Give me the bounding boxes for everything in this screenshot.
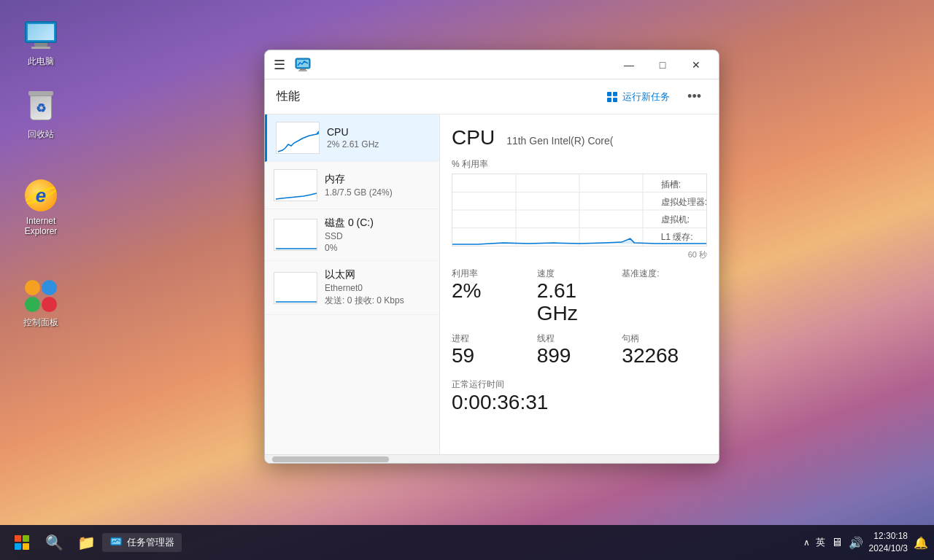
cpu-name: CPU: [327, 126, 431, 138]
close-button[interactable]: ✕: [679, 53, 713, 77]
control-panel-label: 控制面板: [23, 316, 58, 329]
usage-label: % 利用率: [452, 158, 707, 171]
svg-rect-5: [613, 92, 617, 96]
disk-info: 磁盘 0 (C:) SSD 0%: [325, 217, 431, 253]
title-bar-left: ☰: [271, 54, 312, 76]
task-manager-taskbar-icon: [109, 536, 123, 549]
stat-handle-label: 句柄: [622, 332, 707, 345]
start-button[interactable]: [6, 526, 38, 559]
desktop-icon-recycle-bin[interactable]: ♻ 回收站: [12, 88, 70, 144]
svg-rect-4: [607, 92, 611, 96]
detail-header: CPU 11th Gen Intel(R) Core(: [452, 126, 707, 149]
disk-detail1: SSD: [325, 231, 431, 241]
desktop: 此电脑 ♻ 回收站 e InternetExplorer: [0, 0, 934, 560]
recycle-icon: ♻: [23, 90, 58, 125]
title-bar-controls: — □ ✕: [612, 53, 713, 77]
volume-icon[interactable]: 🔊: [849, 536, 863, 550]
file-explorer-icon: 📁: [77, 534, 96, 551]
taskbar: 🔍 📁 任务管理器 ∧ 英 🖥 🔊 12:30:18: [0, 525, 934, 560]
uptime-value: 0:00:36:31: [452, 391, 707, 414]
stat-handle-value: 32268: [622, 345, 707, 368]
run-task-icon: [606, 91, 618, 103]
right-info: 插槽: 虚拟处理器: 虚拟机: L1 缓存:: [661, 176, 707, 246]
sidebar-item-disk[interactable]: 磁盘 0 (C:) SSD 0%: [265, 209, 439, 261]
language-indicator[interactable]: 英: [816, 536, 825, 549]
minimize-button[interactable]: —: [612, 53, 646, 77]
sidebar-item-memory[interactable]: 内存 1.8/7.5 GB (24%): [265, 162, 439, 209]
stat-handles: 句柄 32268: [622, 332, 707, 368]
network-icon: 🖥: [831, 536, 843, 549]
memory-name: 内存: [325, 173, 431, 186]
run-task-button[interactable]: 运行新任务: [601, 88, 676, 106]
stats-row1: 利用率 2% 速度 2.61 GHz 基准速度:: [452, 268, 707, 325]
toolbar-right: 运行新任务 •••: [601, 86, 707, 107]
recycle-bin-label: 回收站: [28, 128, 54, 141]
stat-speed-label: 速度: [537, 268, 622, 280]
stat-proc-label: 进程: [452, 332, 537, 345]
ie-icon: e: [23, 178, 58, 213]
search-button[interactable]: 🔍: [38, 526, 70, 559]
disk-detail2: 0%: [325, 243, 431, 253]
cpu-info: CPU 2% 2.61 GHz: [327, 126, 431, 149]
run-task-label: 运行新任务: [622, 90, 670, 104]
sidebar-item-ethernet[interactable]: 以太网 Ethernet0 发送: 0 接收: 0 Kbps: [265, 261, 439, 315]
disk-name: 磁盘 0 (C:): [325, 217, 431, 230]
info-vm-label: 虚拟机:: [661, 211, 707, 228]
control-panel-icon: [23, 279, 58, 314]
svg-rect-7: [613, 98, 617, 102]
stats-row2: 进程 59 线程 899 句柄 32268: [452, 332, 707, 368]
info-l1-label: L1 缓存:: [661, 228, 707, 246]
cpu-detail: 2% 2.61 GHz: [327, 139, 431, 149]
ie-label: InternetExplorer: [25, 216, 58, 236]
ethernet-name: 以太网: [325, 268, 431, 281]
taskbar-clock[interactable]: 12:30:18 2024/10/3: [869, 530, 908, 555]
file-explorer-button[interactable]: 📁: [70, 526, 102, 559]
svg-rect-6: [607, 98, 611, 102]
memory-thumb: [274, 169, 317, 201]
hamburger-menu[interactable]: ☰: [271, 54, 288, 76]
toolbar: 性能 运行新任务 •••: [265, 79, 719, 114]
memory-detail: 1.8/7.5 GB (24%): [325, 187, 431, 198]
maximize-button[interactable]: □: [646, 53, 679, 77]
system-tray: ∧ 英 🖥 🔊 12:30:18 2024/10/3 🔔: [803, 530, 928, 555]
stat-util-value: 2%: [452, 280, 537, 303]
clock-time: 12:30:18: [869, 530, 908, 542]
cpu-model: 11th Gen Intel(R) Core(: [506, 135, 613, 147]
cpu-title: CPU: [452, 126, 495, 149]
ethernet-detail1: Ethernet0: [325, 283, 431, 293]
search-icon: 🔍: [45, 534, 63, 551]
task-manager-taskbar-label: 任务管理器: [127, 536, 174, 549]
notification-icon[interactable]: 🔔: [914, 536, 928, 550]
title-bar: ☰ — □ ✕: [265, 50, 719, 79]
info-socket-label: 插槽:: [661, 176, 707, 193]
stat-util-label: 利用率: [452, 268, 537, 280]
stat-proc-value: 59: [452, 345, 537, 368]
stat-speed-value: 2.61 GHz: [537, 280, 622, 325]
stat-baseline-label: 基准速度:: [622, 268, 707, 280]
cpu-thumb: [276, 122, 320, 154]
scroll-bar[interactable]: [265, 454, 719, 463]
my-computer-label: 此电脑: [28, 55, 54, 68]
desktop-icon-control-panel[interactable]: 控制面板: [12, 276, 70, 332]
task-manager-taskbar-button[interactable]: 任务管理器: [102, 533, 182, 552]
detail-panel: CPU 11th Gen Intel(R) Core( % 利用率: [440, 114, 719, 454]
desktop-icon-my-computer[interactable]: 此电脑: [12, 15, 70, 71]
stat-thread-value: 899: [537, 345, 622, 368]
stat-threads: 线程 899: [537, 332, 622, 368]
stat-thread-label: 线程: [537, 332, 622, 345]
title-bar-icon: [294, 56, 312, 74]
ethernet-detail2: 发送: 0 接收: 0 Kbps: [325, 295, 431, 307]
desktop-icon-ie[interactable]: e InternetExplorer: [12, 175, 70, 239]
notification-arrow[interactable]: ∧: [803, 537, 810, 548]
chart-time: 60 秒: [452, 249, 707, 260]
clock-date: 2024/10/3: [869, 542, 908, 555]
svg-rect-2: [300, 69, 306, 70]
task-manager-window: ☰ — □ ✕ 性能: [264, 50, 719, 464]
ethernet-thumb: [274, 272, 317, 304]
sidebar-item-cpu[interactable]: CPU 2% 2.61 GHz: [265, 114, 439, 162]
more-options-button[interactable]: •••: [682, 86, 707, 107]
scroll-thumb[interactable]: [272, 456, 389, 462]
svg-rect-3: [298, 70, 307, 71]
sidebar-list: CPU 2% 2.61 GHz 内存 1.8/7.5 GB (24%): [265, 114, 440, 454]
stat-baseline: 基准速度:: [622, 268, 707, 325]
